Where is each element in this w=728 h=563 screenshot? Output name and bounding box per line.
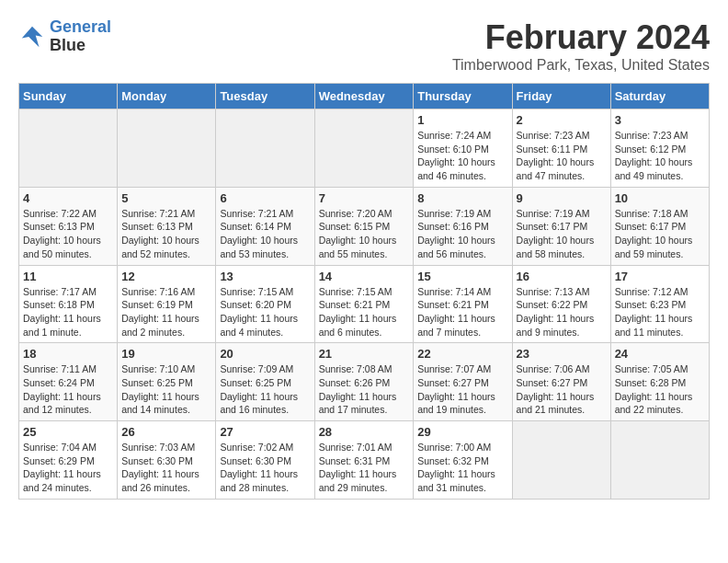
day-info: Sunrise: 7:24 AMSunset: 6:10 PMDaylight:… (417, 129, 507, 183)
location-title: Timberwood Park, Texas, United States (452, 57, 710, 74)
day-info: Sunrise: 7:21 AMSunset: 6:14 PMDaylight:… (220, 207, 310, 261)
calendar-cell: 10Sunrise: 7:18 AMSunset: 6:17 PMDayligh… (610, 187, 709, 265)
day-number: 8 (417, 191, 507, 205)
calendar-cell: 16Sunrise: 7:13 AMSunset: 6:22 PMDayligh… (512, 265, 610, 343)
calendar-cell (512, 421, 610, 500)
calendar-cell: 9Sunrise: 7:19 AMSunset: 6:17 PMDaylight… (512, 187, 610, 265)
day-header-thursday: Thursday (414, 84, 512, 109)
calendar-cell: 29Sunrise: 7:00 AMSunset: 6:32 PMDayligh… (414, 421, 512, 500)
day-number: 12 (121, 270, 211, 283)
calendar-cell: 11Sunrise: 7:17 AMSunset: 6:18 PMDayligh… (19, 265, 118, 343)
day-number: 24 (615, 347, 705, 361)
week-row-2: 4Sunrise: 7:22 AMSunset: 6:13 PMDaylight… (19, 187, 710, 265)
calendar-cell: 6Sunrise: 7:21 AMSunset: 6:14 PMDaylight… (216, 187, 314, 265)
day-number: 9 (517, 191, 607, 205)
month-title: February 2024 (452, 18, 710, 57)
calendar-cell: 7Sunrise: 7:20 AMSunset: 6:15 PMDaylight… (314, 187, 414, 265)
day-number: 6 (220, 191, 310, 205)
day-info: Sunrise: 7:22 AMSunset: 6:13 PMDaylight:… (23, 207, 113, 261)
day-number: 17 (615, 270, 705, 283)
day-info: Sunrise: 7:09 AMSunset: 6:25 PMDaylight:… (220, 362, 310, 417)
day-info: Sunrise: 7:23 AMSunset: 6:11 PMDaylight:… (517, 129, 607, 183)
logo: GeneralBlue (18, 18, 111, 55)
day-number: 7 (319, 191, 410, 205)
day-header-monday: Monday (118, 84, 216, 109)
calendar-cell (19, 109, 118, 188)
day-info: Sunrise: 7:14 AMSunset: 6:21 PMDaylight:… (417, 285, 507, 339)
header: GeneralBlue February 2024 Timberwood Par… (18, 18, 710, 74)
calendar-cell: 4Sunrise: 7:22 AMSunset: 6:13 PMDaylight… (19, 187, 118, 265)
week-row-4: 18Sunrise: 7:11 AMSunset: 6:24 PMDayligh… (19, 343, 710, 421)
day-number: 19 (121, 347, 211, 361)
day-number: 2 (517, 113, 607, 127)
day-info: Sunrise: 7:01 AMSunset: 6:31 PMDaylight:… (319, 441, 410, 495)
day-number: 15 (417, 270, 507, 283)
day-number: 18 (23, 347, 113, 361)
calendar-cell: 18Sunrise: 7:11 AMSunset: 6:24 PMDayligh… (19, 343, 118, 421)
day-header-friday: Friday (512, 84, 610, 109)
day-info: Sunrise: 7:19 AMSunset: 6:16 PMDaylight:… (417, 207, 507, 261)
day-number: 16 (517, 270, 607, 283)
day-number: 14 (319, 270, 410, 283)
day-number: 23 (517, 347, 607, 361)
calendar-cell: 14Sunrise: 7:15 AMSunset: 6:21 PMDayligh… (314, 265, 414, 343)
week-row-1: 1Sunrise: 7:24 AMSunset: 6:10 PMDaylight… (19, 109, 710, 188)
calendar-cell: 8Sunrise: 7:19 AMSunset: 6:16 PMDaylight… (414, 187, 512, 265)
calendar-cell: 13Sunrise: 7:15 AMSunset: 6:20 PMDayligh… (216, 265, 314, 343)
day-number: 22 (417, 347, 507, 361)
calendar-cell: 24Sunrise: 7:05 AMSunset: 6:28 PMDayligh… (610, 343, 709, 421)
day-info: Sunrise: 7:15 AMSunset: 6:21 PMDaylight:… (319, 285, 410, 339)
day-info: Sunrise: 7:00 AMSunset: 6:32 PMDaylight:… (417, 441, 507, 495)
calendar-cell (610, 421, 709, 500)
svg-marker-0 (22, 27, 43, 48)
day-info: Sunrise: 7:05 AMSunset: 6:28 PMDaylight:… (615, 362, 705, 417)
day-number: 3 (615, 113, 705, 127)
calendar-cell: 20Sunrise: 7:09 AMSunset: 6:25 PMDayligh… (216, 343, 314, 421)
day-info: Sunrise: 7:19 AMSunset: 6:17 PMDaylight:… (517, 207, 607, 261)
calendar-cell (118, 109, 216, 188)
calendar-cell: 27Sunrise: 7:02 AMSunset: 6:30 PMDayligh… (216, 421, 314, 500)
calendar-cell: 22Sunrise: 7:07 AMSunset: 6:27 PMDayligh… (414, 343, 512, 421)
day-info: Sunrise: 7:23 AMSunset: 6:12 PMDaylight:… (615, 129, 705, 183)
calendar-cell: 3Sunrise: 7:23 AMSunset: 6:12 PMDaylight… (610, 109, 709, 188)
day-info: Sunrise: 7:11 AMSunset: 6:24 PMDaylight:… (23, 362, 113, 417)
calendar-cell: 26Sunrise: 7:03 AMSunset: 6:30 PMDayligh… (118, 421, 216, 500)
day-header-saturday: Saturday (610, 84, 709, 109)
day-number: 10 (615, 191, 705, 205)
day-number: 1 (417, 113, 507, 127)
calendar-cell: 21Sunrise: 7:08 AMSunset: 6:26 PMDayligh… (314, 343, 414, 421)
day-info: Sunrise: 7:04 AMSunset: 6:29 PMDaylight:… (23, 441, 113, 495)
logo-icon (18, 23, 46, 51)
calendar-header-row: SundayMondayTuesdayWednesdayThursdayFrid… (19, 84, 710, 109)
day-info: Sunrise: 7:13 AMSunset: 6:22 PMDaylight:… (517, 285, 607, 339)
day-number: 25 (23, 425, 113, 439)
day-number: 13 (220, 270, 310, 283)
calendar-body: 1Sunrise: 7:24 AMSunset: 6:10 PMDaylight… (19, 109, 710, 500)
day-header-wednesday: Wednesday (314, 84, 414, 109)
week-row-3: 11Sunrise: 7:17 AMSunset: 6:18 PMDayligh… (19, 265, 710, 343)
day-info: Sunrise: 7:17 AMSunset: 6:18 PMDaylight:… (23, 285, 113, 339)
day-info: Sunrise: 7:15 AMSunset: 6:20 PMDaylight:… (220, 285, 310, 339)
calendar-cell: 2Sunrise: 7:23 AMSunset: 6:11 PMDaylight… (512, 109, 610, 188)
day-info: Sunrise: 7:12 AMSunset: 6:23 PMDaylight:… (615, 285, 705, 339)
day-number: 4 (23, 191, 113, 205)
day-number: 26 (121, 425, 211, 439)
day-header-sunday: Sunday (19, 84, 118, 109)
calendar-cell: 5Sunrise: 7:21 AMSunset: 6:13 PMDaylight… (118, 187, 216, 265)
day-info: Sunrise: 7:16 AMSunset: 6:19 PMDaylight:… (121, 285, 211, 339)
calendar-cell: 28Sunrise: 7:01 AMSunset: 6:31 PMDayligh… (314, 421, 414, 500)
calendar-cell: 17Sunrise: 7:12 AMSunset: 6:23 PMDayligh… (610, 265, 709, 343)
day-info: Sunrise: 7:07 AMSunset: 6:27 PMDaylight:… (417, 362, 507, 417)
day-number: 29 (417, 425, 507, 439)
week-row-5: 25Sunrise: 7:04 AMSunset: 6:29 PMDayligh… (19, 421, 710, 500)
day-number: 5 (121, 191, 211, 205)
day-number: 27 (220, 425, 310, 439)
day-info: Sunrise: 7:03 AMSunset: 6:30 PMDaylight:… (121, 441, 211, 495)
day-number: 20 (220, 347, 310, 361)
calendar-table: SundayMondayTuesdayWednesdayThursdayFrid… (18, 83, 710, 500)
day-info: Sunrise: 7:21 AMSunset: 6:13 PMDaylight:… (121, 207, 211, 261)
day-info: Sunrise: 7:06 AMSunset: 6:27 PMDaylight:… (517, 362, 607, 417)
calendar-cell (216, 109, 314, 188)
calendar-cell (314, 109, 414, 188)
calendar-cell: 25Sunrise: 7:04 AMSunset: 6:29 PMDayligh… (19, 421, 118, 500)
